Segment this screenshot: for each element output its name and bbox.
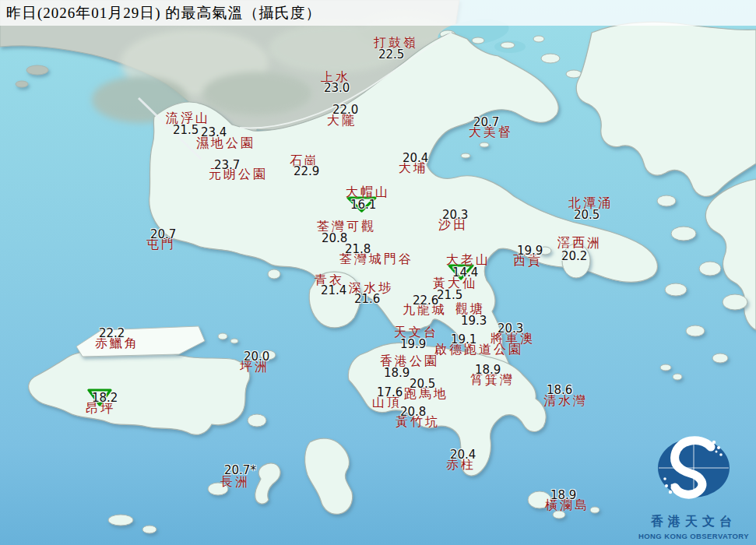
- station-temperature-value: 20.7: [473, 117, 499, 128]
- station-temperature-value: 21.5: [173, 125, 199, 136]
- station-temperature-value: 23.7: [214, 160, 240, 171]
- station-temperature-value: 22.6: [413, 295, 438, 307]
- station-temperature-value: 18.6: [547, 385, 572, 396]
- station-temperature-value: 20.2: [561, 251, 587, 262]
- station-temperature-value: 23.0: [324, 83, 350, 94]
- station-temperature-value: 21.6: [354, 294, 380, 305]
- station-temperature-value: 18.9: [384, 367, 410, 379]
- station-temperature-value: 22.5: [378, 49, 404, 61]
- station-temperature-value: 22.9: [294, 166, 319, 178]
- station-temperature-value: 20.4: [403, 153, 428, 164]
- station-name: 長洲: [220, 476, 250, 488]
- station-temperature-value: 21.4: [321, 285, 346, 297]
- station-temperature-value: 18.9: [475, 364, 501, 376]
- station-temperature-value: 19.3: [461, 315, 487, 327]
- hko-logo-english-name: HONG KONG OBSERVATORY: [638, 532, 749, 540]
- station-temperature-value: 21.8: [345, 244, 371, 255]
- station-temperature-value: 20.4: [450, 449, 476, 461]
- station-name: 滘西洲: [557, 237, 602, 249]
- station-temperature-value: 20.3: [498, 323, 523, 335]
- hko-logo-icon: [649, 424, 739, 512]
- station-temperature-value: 20.0: [244, 351, 269, 363]
- station-name: 大老山: [446, 254, 491, 266]
- station-temperature-value: 20.5: [410, 378, 435, 390]
- station-temperature-value: 20.7*: [224, 465, 256, 476]
- station-temperature-value: 20.5: [574, 209, 600, 221]
- station-temperature-value: 20.8: [400, 406, 426, 418]
- station-temperature-value: 19.9: [400, 339, 426, 350]
- hko-logo: 香港天文台 HONG KONG OBSERVATORY: [639, 424, 748, 540]
- station-temperature-value: 19.1: [451, 334, 476, 346]
- station-temperature-value: 23.4: [201, 127, 227, 139]
- station-temperature-value: 21.5: [437, 290, 462, 301]
- station-temperature-value: 22.2: [99, 328, 125, 339]
- station-temperature-value: 20.3: [442, 209, 468, 221]
- hko-max-temperature-map: 昨日(2026年01月29日) 的最高氣溫（攝氏度） 打鼓嶺22.5上水23.0…: [0, 0, 756, 545]
- station-temperature-value: 20.7: [150, 229, 176, 241]
- station-temperature-value: 18.2: [92, 392, 118, 404]
- station-name: 大帽山: [346, 186, 390, 199]
- hko-logo-chinese-name: 香港天文台: [651, 514, 737, 530]
- station-temperature-value: 17.6: [377, 387, 403, 399]
- station-temperature-value: 18.9: [550, 490, 576, 501]
- station-temperature-value: 20.8: [322, 233, 347, 244]
- station-temperature-value: 22.0: [332, 104, 358, 116]
- station-temperature-value: 16.1: [350, 199, 376, 211]
- station-temperature-value: 19.9: [517, 245, 543, 257]
- station-name: 啟德跑道公園: [434, 343, 523, 356]
